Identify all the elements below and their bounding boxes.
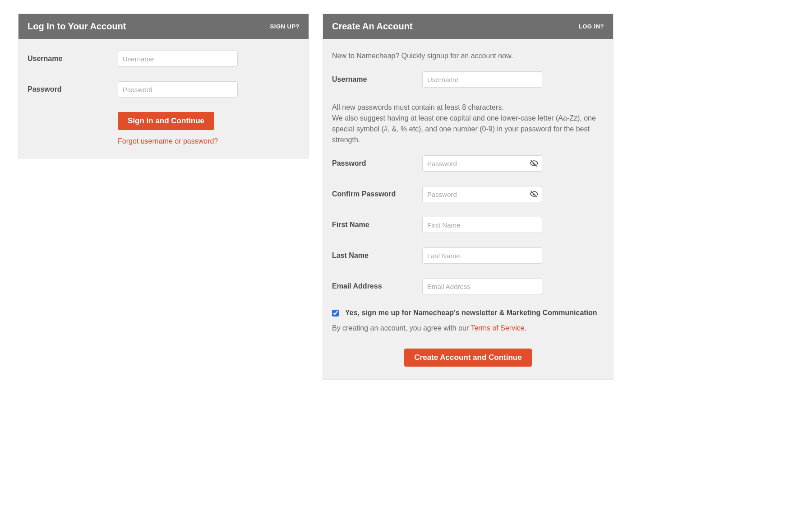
signup-password-input[interactable] <box>422 155 542 172</box>
login-panel: Log In to Your Account SIGN UP? Username… <box>18 14 309 158</box>
login-password-label: Password <box>28 85 118 93</box>
signup-email-label: Email Address <box>332 282 422 290</box>
signup-username-input[interactable] <box>422 71 542 88</box>
eye-off-icon[interactable] <box>530 190 539 199</box>
signup-email-input[interactable] <box>422 278 542 294</box>
signup-firstname-label: First Name <box>332 221 422 229</box>
signin-button[interactable]: Sign in and Continue <box>118 112 214 130</box>
signup-lastname-input[interactable] <box>422 247 542 264</box>
tos-link[interactable]: Terms of Service <box>471 324 524 332</box>
signup-confirm-label: Confirm Password <box>332 190 422 198</box>
signup-firstname-input[interactable] <box>422 217 542 233</box>
signup-link[interactable]: SIGN UP? <box>270 23 300 30</box>
login-header: Log In to Your Account SIGN UP? <box>18 14 309 39</box>
signup-lastname-label: Last Name <box>332 251 422 260</box>
newsletter-checkbox[interactable] <box>332 310 339 317</box>
signup-header: Create An Account LOG IN? <box>323 14 613 39</box>
login-username-input[interactable] <box>118 51 238 67</box>
signup-username-label: Username <box>332 75 422 84</box>
signup-title: Create An Account <box>332 21 413 32</box>
login-password-input[interactable] <box>118 81 238 98</box>
signup-panel: Create An Account LOG IN? New to Nameche… <box>323 14 614 380</box>
signup-confirm-input[interactable] <box>422 186 542 202</box>
tos-text: By creating an account, you agree with o… <box>332 324 604 332</box>
create-account-button[interactable]: Create Account and Continue <box>404 349 531 367</box>
password-hint: All new passwords must contain at least … <box>332 102 604 145</box>
login-title: Log In to Your Account <box>28 21 126 32</box>
tos-prefix: By creating an account, you agree with o… <box>332 324 471 332</box>
signup-password-label: Password <box>332 159 422 168</box>
login-username-label: Username <box>28 55 118 63</box>
eye-off-icon[interactable] <box>530 159 539 168</box>
newsletter-label[interactable]: Yes, sign me up for Namecheap's newslett… <box>345 309 597 317</box>
signup-intro: New to Namecheap? Quickly signup for an … <box>332 51 604 61</box>
signup-body: New to Namecheap? Quickly signup for an … <box>323 39 613 379</box>
login-link[interactable]: LOG IN? <box>579 23 604 30</box>
forgot-link[interactable]: Forgot username or password? <box>118 137 300 145</box>
login-body: Username Password Sign in and Continue F… <box>18 39 309 158</box>
tos-suffix: . <box>525 324 526 332</box>
